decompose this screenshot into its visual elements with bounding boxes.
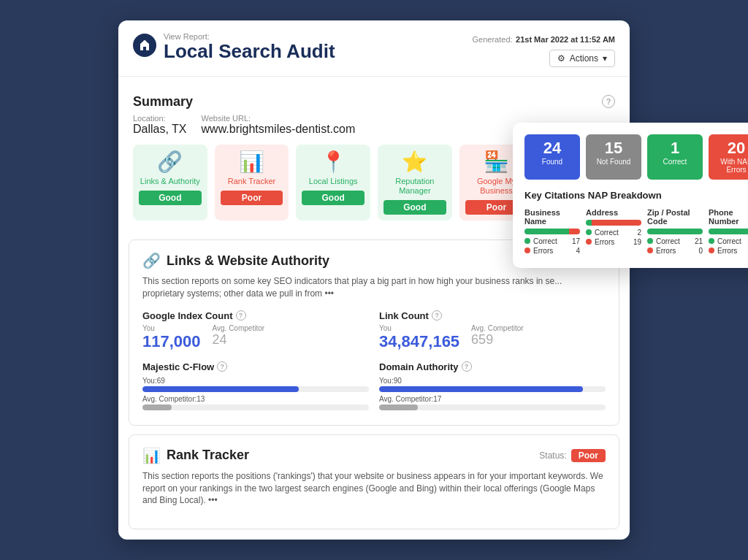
red-dot (524, 248, 530, 253)
citation-stat-correct: 1 Correct (647, 134, 703, 180)
nap-grid: Business Name Correct 17 Errors 4 Addres… (524, 208, 748, 256)
actions-label: Actions (570, 53, 598, 64)
summary-card-listings[interactable]: 📍 Local Listings Good (296, 145, 370, 220)
logo-icon (133, 34, 156, 57)
stat-label: Not Found (590, 158, 637, 166)
citation-stats: 24 Found 15 Not Found 1 Correct 20 With … (524, 134, 748, 180)
help-icon[interactable]: ? (602, 95, 615, 108)
you-bar-track-domain (379, 386, 606, 392)
stat-num: 20 (713, 140, 748, 156)
nap-correct-row: Correct 19 (709, 237, 748, 245)
summary-card-rank[interactable]: 📊 Rank Tracker Poor (215, 145, 289, 220)
you-label-google_index: You (142, 324, 201, 332)
citation-stat-found: 24 Found (524, 134, 580, 180)
correct-label: Correct (533, 237, 557, 245)
bar-metric-majestic: Majestic C-Flow ? You:69 Avg. Competitor… (142, 361, 369, 413)
you-bar-label-majestic: You:69 (142, 377, 369, 385)
red-dot (709, 248, 714, 253)
help-icon-bar-domain[interactable]: ? (462, 361, 472, 372)
help-icon-bar-majestic[interactable]: ? (217, 361, 227, 372)
rank-title-area: 📊 Rank Tracker (142, 447, 249, 464)
avg-label-google_index: Avg. Competitor (213, 324, 265, 332)
nap-col-title: Address (586, 208, 641, 217)
status-badge: Poor (571, 449, 606, 462)
status-label: Status: (539, 450, 566, 461)
popup-card: 24 Found 15 Not Found 1 Correct 20 With … (513, 123, 748, 268)
stat-num: 1 (652, 140, 698, 156)
nap-errors-row: Errors 0 (647, 247, 703, 255)
logo-area: View Report: Local Search Audit (133, 32, 335, 62)
errors-label: Errors (533, 247, 553, 255)
status-area: Status: Poor (539, 449, 606, 462)
help-icon-google_index[interactable]: ? (236, 310, 246, 321)
nap-bar (586, 220, 641, 226)
card-icon-links: 🔗 (157, 152, 183, 172)
nap-correct-row: Correct 21 (647, 237, 703, 245)
summary-card-reputation[interactable]: ⭐ Reputation Manager Good (378, 145, 452, 220)
website-label: Website URL: (202, 114, 356, 123)
card-label-reputation: Reputation Manager (383, 177, 446, 196)
bar-metrics-grid: Majestic C-Flow ? You:69 Avg. Competitor… (142, 361, 606, 413)
avg-bar-track-majestic (142, 404, 369, 410)
errors-value: 4 (576, 247, 580, 255)
correct-value: 21 (695, 237, 703, 245)
card-label-listings: Local Listings (309, 177, 358, 186)
correct-value: 2 (637, 229, 641, 237)
summary-card-links[interactable]: 🔗 Links & Authority Good (133, 145, 207, 220)
correct-label: Correct (717, 237, 741, 245)
header-right: Generated: 21st Mar 2022 at 11:52 AM ⚙ A… (473, 32, 615, 67)
nap-col-title: Zip / Postal Code (647, 208, 703, 226)
card-label-links: Links & Authority (140, 177, 200, 186)
nap-bar (647, 229, 703, 234)
summary-title: Summary (133, 94, 193, 110)
stat-label: Correct (652, 158, 698, 166)
errors-label: Errors (595, 238, 614, 246)
green-dot (647, 238, 653, 244)
stat-num: 24 (529, 140, 576, 156)
links-title: Links & Website Authority (167, 253, 329, 269)
avg-bar-track-domain (379, 404, 606, 410)
card-icon-listings: 📍 (321, 152, 346, 172)
nap-errors-row: Errors 4 (524, 247, 580, 255)
rank-title: Rank Tracker (167, 448, 249, 463)
card-icon-rank: 📊 (239, 152, 264, 172)
you-bar-track-majestic (142, 386, 369, 392)
avg-bar-fill-domain (379, 404, 418, 410)
card-label-rank: Rank Tracker (228, 177, 275, 186)
errors-value: 0 (698, 247, 703, 255)
card-icon-reputation: ⭐ (402, 152, 427, 172)
website-value: www.brightsmiles-dentist.com (202, 123, 356, 135)
you-bar-label-domain: You:90 (379, 377, 606, 385)
view-report-label: View Report: (164, 32, 335, 41)
citation-stat-not-found: 15 Not Found (586, 134, 641, 180)
generated-date: 21st Mar 2022 at 11:52 AM (516, 35, 615, 44)
card-status-rank: Poor (221, 191, 283, 205)
errors-label: Errors (656, 247, 676, 255)
green-dot (524, 238, 530, 244)
red-dot (647, 248, 653, 253)
green-dot (709, 238, 714, 244)
rank-description: This section reports the positions ('ran… (142, 470, 606, 507)
bar-metric-domain: Domain Authority ? You:90 Avg. Competito… (379, 361, 606, 413)
help-icon-link_count[interactable]: ? (432, 310, 442, 321)
nap-correct-row: Correct 2 (586, 229, 641, 237)
avg-label-link_count: Avg. Competitor (471, 324, 524, 332)
bar-title-majestic: Majestic C-Flow ? (142, 361, 369, 372)
metric-title-google_index: Google Index Count ? (142, 310, 369, 321)
errors-label: Errors (717, 247, 737, 255)
nap-col-title: Phone Number (709, 208, 748, 226)
card-status-links: Good (139, 191, 202, 205)
nap-col-phone-number: Phone Number Correct 19 Errors 2 (709, 208, 748, 256)
header: View Report: Local Search Audit Generate… (118, 20, 630, 76)
links-icon: 🔗 (142, 252, 161, 269)
card-icon-google_biz: 🏪 (484, 152, 509, 172)
citation-stat-with-nap-errors: 20 With NAP Errors (709, 134, 748, 180)
location-label: Location: (133, 114, 187, 123)
card-status-reputation: Good (383, 200, 446, 215)
green-dot (586, 229, 592, 235)
nap-errors-row: Errors 2 (709, 247, 748, 255)
actions-button[interactable]: ⚙ Actions ▾ (549, 50, 615, 67)
rank-section: 📊 Rank Tracker Status: Poor This section… (129, 434, 619, 529)
location-value: Dallas, TX (133, 123, 187, 135)
svg-point-0 (143, 40, 146, 43)
